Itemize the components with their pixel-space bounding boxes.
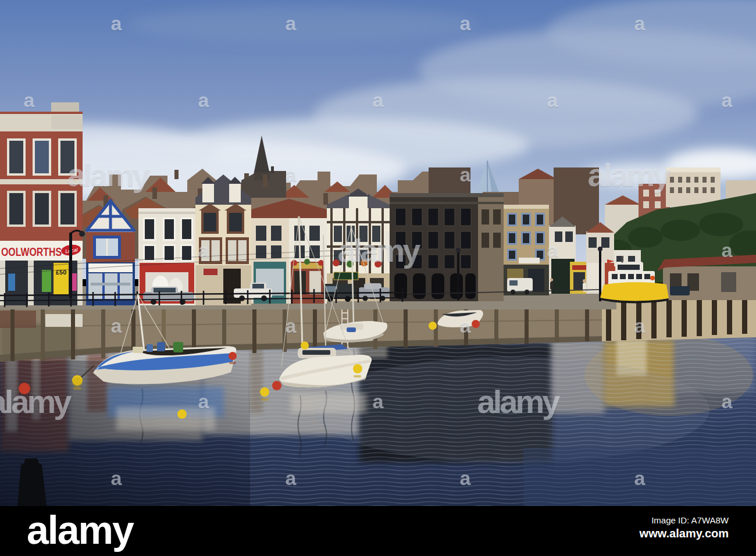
wall-plaque — [45, 314, 83, 327]
warehouse-sign — [519, 258, 540, 263]
woolworths-sign-text: OOLWORTHS — [1, 245, 62, 258]
dark-vehicle-pier — [670, 286, 690, 295]
price-poster — [54, 263, 69, 294]
stock-photo-page: OOLWORTHS Local £50 — [0, 0, 756, 556]
image-id-text: Image ID: A7WA8W — [640, 515, 729, 525]
harbour-scene-svg: OOLWORTHS Local £50 — [0, 0, 756, 506]
image-meta: Image ID: A7WA8W www.alamy.com — [640, 515, 729, 540]
alamy-url-text: www.alamy.com — [640, 527, 729, 540]
footer-bar: alamy Image ID: A7WA8W www.alamy.com — [0, 506, 756, 556]
dark-georgian-block — [390, 193, 504, 301]
cream-bay-building — [195, 174, 251, 305]
alamy-logo: alamy — [27, 507, 133, 553]
harbour-photo: OOLWORTHS Local £50 — [0, 0, 756, 506]
